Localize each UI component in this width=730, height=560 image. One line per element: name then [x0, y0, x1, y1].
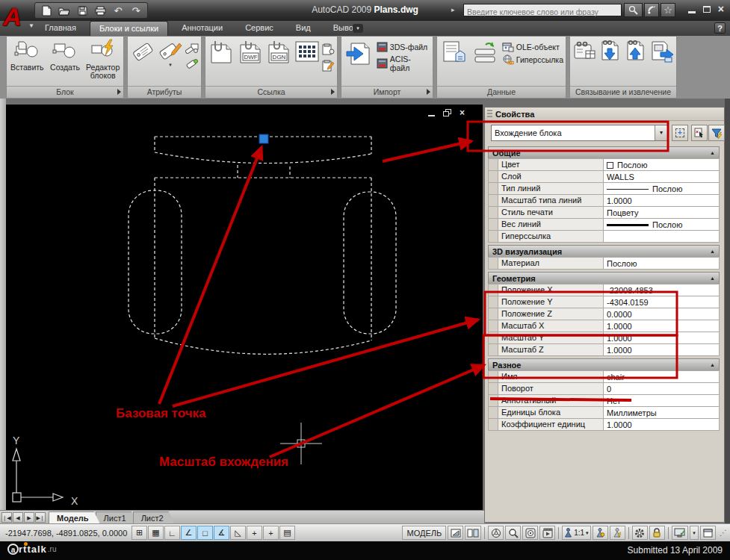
autocad-logo[interactable]: A [3, 1, 28, 34]
attach-xref-button[interactable] [208, 39, 235, 66]
select-objects-button[interactable]: × [691, 125, 708, 141]
update-fields-button[interactable] [471, 39, 501, 66]
layout-icon-button[interactable] [465, 526, 481, 540]
property-value[interactable]: Послою [604, 158, 720, 171]
infocenter-arrow-icon[interactable]: ▸ [451, 6, 455, 13]
model-icon-button[interactable] [448, 526, 463, 540]
import-button[interactable] [344, 39, 375, 67]
pan-steering-wheel-button[interactable] [488, 526, 504, 540]
favorites-star-icon[interactable]: ☆ [661, 3, 675, 17]
download-from-source-button[interactable] [598, 39, 623, 63]
palette-header[interactable]: Свойства [485, 108, 724, 121]
upload-to-source-button[interactable] [624, 39, 649, 63]
panel-expander-icon[interactable] [331, 89, 335, 95]
drawing-restore-button[interactable] [443, 109, 451, 116]
snap-mode-toggle[interactable]: ⊞ [132, 526, 147, 540]
annotation-scale-dropdown-icon[interactable]: ▾ [586, 530, 589, 536]
ribbon-tab-сервис[interactable]: Сервис [236, 21, 282, 36]
hyperlink-button[interactable]: Гиперссылка [502, 55, 563, 65]
property-value[interactable]: 1.0000 [604, 343, 720, 356]
panel-title-linking[interactable]: Связывание и извлечение [570, 86, 676, 98]
panel-title-data[interactable]: Данные [437, 86, 566, 98]
ribbon-tab-аннотации[interactable]: Аннотации [173, 21, 232, 36]
layout-tab-лист2[interactable]: Лист2 [133, 511, 175, 523]
ole-object-button[interactable]: OLE-объект [502, 42, 563, 52]
property-value[interactable]: Послою [604, 182, 720, 195]
field-button[interactable] [439, 39, 469, 66]
property-value[interactable]: 1.0000 [604, 194, 720, 207]
auto-annotation-button[interactable] [610, 526, 625, 540]
property-value[interactable]: Послою [604, 257, 720, 270]
polar-tracking-toggle[interactable]: ∠ [181, 526, 197, 540]
attach-image-button[interactable] [294, 39, 320, 64]
resize-grip-icon[interactable]: ⋰ [720, 529, 727, 537]
property-value[interactable]: -22008.4853 [604, 284, 720, 296]
quick-properties-toggle[interactable]: ▤ [279, 526, 295, 540]
palette-grip-icon[interactable] [487, 110, 492, 119]
ribbon-tab-блоки-и-ссылки[interactable]: Блоки и ссылки [90, 21, 168, 36]
communication-center-icon[interactable] [644, 3, 659, 17]
property-value[interactable]: Поцвету [604, 206, 720, 219]
showmotion-button[interactable] [539, 526, 555, 540]
dropdown-icon[interactable]: ▾ [169, 62, 172, 68]
quick-select-button[interactable] [708, 125, 725, 141]
object-snap-tracking-toggle[interactable]: ∡ [214, 526, 229, 540]
dynamic-ucs-toggle[interactable]: ◺ [230, 526, 246, 540]
layout-tab-модель[interactable]: Модель [49, 511, 100, 523]
edit-reference-button[interactable] [321, 60, 335, 72]
ribbon-tab-вид[interactable]: Вид [287, 21, 320, 36]
create-block-button[interactable]: Создать [47, 39, 84, 72]
drawing-canvas[interactable]: Y X × [6, 105, 483, 510]
collapse-icon[interactable]: ▲ [710, 276, 715, 281]
panel-title-import[interactable]: Импорт [341, 86, 433, 98]
grid-display-toggle[interactable]: ▦ [148, 526, 164, 540]
extract-data-button[interactable] [650, 39, 675, 63]
search-button[interactable] [624, 3, 643, 17]
object-type-selector[interactable]: Вхождение блока ▾ [491, 125, 668, 141]
application-status-button[interactable] [700, 526, 716, 540]
attribute-sync-button[interactable] [185, 43, 199, 54]
section-header[interactable]: Геометрия▲ [488, 272, 720, 284]
section-header[interactable]: 3D визуализация▲ [488, 245, 720, 258]
panel-title-reference[interactable]: Ссылка [205, 86, 337, 98]
property-value[interactable]: 0.0000 [604, 308, 720, 320]
minimize-button[interactable] [688, 11, 696, 13]
property-value[interactable]: 1.0000 [604, 418, 720, 431]
clean-screen-button[interactable]: ✓ [672, 526, 688, 540]
grip-point[interactable] [259, 134, 268, 143]
next-tab-button[interactable]: ▶ [24, 512, 34, 523]
insert-block-button[interactable]: Вставить [9, 39, 46, 72]
panel-title-block[interactable]: Блок [7, 86, 123, 98]
ribbon-tab-главная[interactable]: Главная [36, 21, 85, 36]
drawing-minimize-button[interactable] [428, 115, 435, 116]
search-input[interactable] [464, 7, 621, 18]
section-header[interactable]: Общие▲ [488, 146, 720, 159]
panel-title-attributes[interactable]: Атрибуты [128, 86, 201, 98]
import-3ds-button[interactable]: 3DS-файл [377, 42, 430, 52]
layout-tab-лист1[interactable]: Лист1 [96, 511, 137, 523]
manage-attributes-button[interactable]: ▾ [157, 39, 184, 68]
panel-expander-icon[interactable] [117, 89, 121, 95]
prev-tab-button[interactable]: ◀ [13, 512, 23, 523]
help-button[interactable]: ? [714, 22, 726, 34]
define-attributes-button[interactable] [130, 39, 155, 64]
dynamic-input-toggle[interactable]: + [247, 526, 262, 540]
last-tab-button[interactable]: ▶❘ [35, 512, 46, 523]
model-space-button[interactable]: МОДЕЛЬ [402, 526, 446, 540]
close-button[interactable]: × [718, 4, 724, 13]
property-value[interactable]: 0 [604, 382, 720, 395]
workspace-gear-button[interactable] [632, 526, 648, 540]
object-snap-toggle[interactable]: □ [197, 526, 213, 540]
property-value[interactable] [604, 230, 720, 243]
attribute-update-button[interactable] [185, 58, 199, 69]
property-value[interactable]: Миллиметры [604, 406, 720, 419]
toggle-pickadd-button[interactable]: + [672, 125, 688, 141]
section-header[interactable]: Разное▲ [488, 358, 720, 371]
attach-dgn-button[interactable]: DGN [265, 39, 292, 66]
status-menu-dropdown-icon[interactable]: ▾ [690, 526, 699, 540]
attach-dwf-button[interactable]: DWF [236, 39, 263, 66]
toolbar-lock-button[interactable] [649, 526, 665, 540]
property-value[interactable]: Нет [604, 394, 720, 407]
annotation-scale-button[interactable]: 1:1 ▾ [562, 526, 590, 540]
drawing-close-button[interactable]: × [460, 109, 465, 116]
